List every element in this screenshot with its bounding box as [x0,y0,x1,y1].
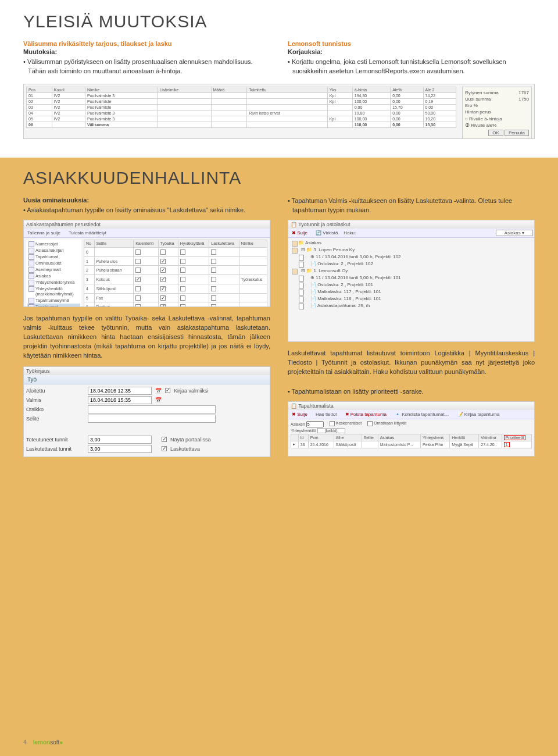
customer-tree[interactable]: ⊟ 📁 Asiakas ⊟ 📁 3. Lopen Peruna Ky ⊕ 11 … [291,240,532,309]
screenshot-tyotunnit-ostolaskut: 📋 Työtunnit ja ostolaskut ✖ Sulje 🔄 Virk… [288,220,535,342]
laskutettava-checkbox[interactable] [162,446,167,451]
cancel-button[interactable]: Peruuta [505,130,529,136]
portaali-checkbox[interactable] [162,437,167,442]
para-laskutettavat: Laskutettavat tapahtumat listautuvat toi… [288,349,535,377]
valisumma-panel: Rytynen summa1767 Uusi summa1750 Ero % H… [462,87,532,139]
label-uusia: Uusia ominaisuuksia: [23,197,270,204]
bullet-right: Korjattu ongelma, joka esti Lemonsoft tu… [288,58,535,76]
bullet-prioriteetti: Tapahtumalistaan on lisätty prioriteetti… [288,387,535,397]
bullet-valmis-kuittaus: Tapahtuman Valmis -kuittaukseen on lisät… [288,197,535,215]
close-button-2[interactable]: ✖ Sulje [289,411,310,418]
para-tapahtuma: Jos tapahtuman tyypille on valittu Työai… [23,314,270,361]
bullet-laskutettava: Asiakastapahtuman tyypille on lisätty om… [23,206,270,215]
logo-soft: soft [50,739,59,746]
print-button[interactable]: Tulosta määrittelyt [66,230,109,236]
valmis-input[interactable] [88,396,152,404]
screenshot-tapahtuma-tyypit: Asiakastapahtumien perustiedot Tallenna … [23,220,270,307]
subhead-valisumma: Välisumma rivikäsittely tarjous, tilauks… [23,40,270,47]
screenshot-tapahtumalista: 📋 Tapahtumalista ✖ Sulje Hae tiedot ✖ Po… [288,401,535,457]
tapahtumalista-table: IdPvmAiheSeliteAsiakasYhteyshenkHenkilöV… [291,434,532,448]
close-button[interactable]: ✖ Sulje [289,230,310,236]
logo-lemon: lemon [33,739,50,746]
otsikko-input[interactable] [88,405,216,413]
page-footer: 4 lemonsoft● [23,739,63,746]
section-title-asiakkuudenhallinta: ASIAKKUUDENHALLINTA [23,168,535,188]
event-types-table: NoSeliteKalenterinTyöaikaHyväksyttäväLas… [84,240,267,307]
screenshot-tyokirjaus: Työkirjaus Työ Aloitettu📅 Kirjaa valmiik… [23,366,270,457]
settings-sidebar[interactable]: NumerosjatAsiasanakirjanTapahtumat Omina… [26,240,81,307]
laskutettavat-input[interactable] [88,445,152,453]
label-korjauksia: Korjauksia: [288,48,535,55]
page-title: YLEISIÄ MUUTOKSIA [23,12,535,31]
save-close-button[interactable]: Tallenna ja sulje [25,230,63,236]
bullet-left: Välisumman pyöristykseen on lisätty pros… [23,58,270,76]
label-muutoksia: Muutoksia: [23,48,270,55]
refresh-button[interactable]: 🔄 Virkistä [313,230,340,236]
kirjaa-checkbox[interactable] [165,388,170,393]
screenshot-valisumma: Rytynen summa1767 Uusi summa1750 Ero % H… [23,84,535,139]
haku-dropdown[interactable]: Asiakas ▾ [496,230,533,236]
toteutuneet-input[interactable] [88,436,152,444]
valisumma-table: PosKoodiNimikeLisänimikeMääräToimitettuY… [26,87,456,128]
aloitettu-input[interactable] [88,387,152,395]
ok-button[interactable]: OK [488,130,503,136]
subhead-tunnistus: Lemonsoft tunnistus [288,40,535,47]
selite-input[interactable] [88,415,216,423]
